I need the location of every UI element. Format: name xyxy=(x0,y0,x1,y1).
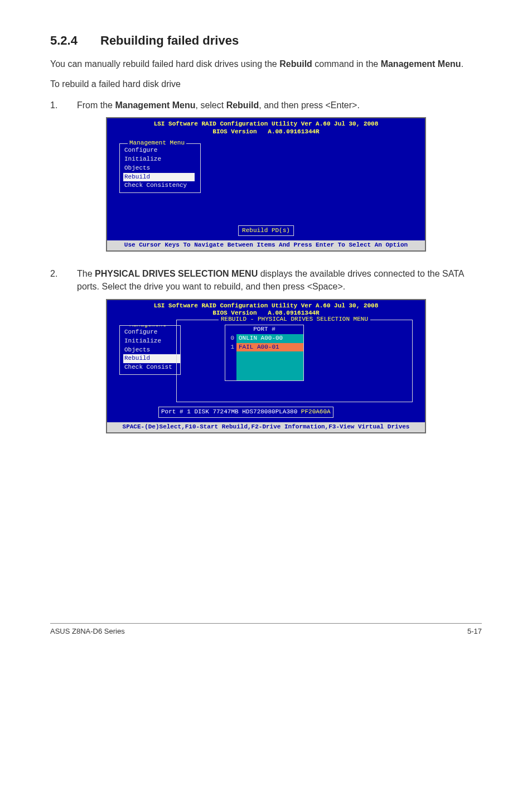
step-1-text: From the Management Menu, select Rebuild… xyxy=(77,99,482,112)
bios2-drive-info-serial: PF20A60A xyxy=(301,408,331,415)
bios1-menu-item-objects[interactable]: Objects xyxy=(123,164,195,173)
bios2-management-menu: Management Configure Initialize Objects … xyxy=(119,325,181,375)
intro-bold2: Management Menu xyxy=(381,59,461,69)
bios1-title-l2: BIOS Version A.08.09161344R xyxy=(212,128,319,135)
bios-screenshot-1: LSI Software RAID Configuration Utility … xyxy=(106,117,426,252)
step-1-num: 1. xyxy=(50,99,77,112)
step1-mid: , select xyxy=(195,100,226,110)
bios2-statusbar: SPACE-(De)Select,F10-Start Rebuild,F2-Dr… xyxy=(107,422,425,432)
step2-pre: The xyxy=(77,269,95,278)
bios2-port-row-1[interactable]: 1 FAIL A00-01 xyxy=(225,343,303,352)
bios2-phys-selection-box: REBUILD - PHYSICAL DRIVES SELECTION MENU… xyxy=(176,320,413,402)
bios2-port-row-empty3 xyxy=(225,366,303,373)
bios1-menu-item-configure[interactable]: Configure xyxy=(123,146,195,155)
bios2-port-row-empty2 xyxy=(225,359,303,366)
step1-post: , and then press <Enter>. xyxy=(259,100,360,110)
bios2-port-row-empty4 xyxy=(225,373,303,380)
bios2-port-row-0-idx: 0 xyxy=(225,334,236,343)
bios2-drive-info: Port # 1 DISK 77247MB HDS728080PLA380 PF… xyxy=(158,407,333,418)
intro-post: . xyxy=(461,59,463,69)
bios1-title: LSI Software RAID Configuration Utility … xyxy=(107,118,425,136)
bios-screenshot-2: LSI Software RAID Configuration Utility … xyxy=(106,299,426,433)
bios2-title: LSI Software RAID Configuration Utility … xyxy=(107,300,425,318)
bios2-port-row-0-val: ONLIN A00-00 xyxy=(236,334,303,343)
bios1-menu-item-check-consistency[interactable]: Check Consistency xyxy=(123,181,195,190)
bios2-port-box: PORT # 0 ONLIN A00-00 1 FAIL A00-01 xyxy=(225,325,304,381)
bios2-menu-item-initialize[interactable]: Initialize xyxy=(123,337,180,346)
step1-b2: Rebuild xyxy=(226,100,259,110)
bios2-port-row-empty1 xyxy=(225,351,303,359)
bios2-menu-item-rebuild[interactable]: Rebuild xyxy=(123,354,180,363)
bios2-drive-info-main: Port # 1 DISK 77247MB HDS728080PLA380 xyxy=(161,408,301,415)
bios2-port-header: PORT # xyxy=(225,325,303,334)
line2: To rebuild a failed hard disk drive xyxy=(50,78,482,90)
intro-mid: command in the xyxy=(312,59,381,69)
footer-left: ASUS Z8NA-D6 Series xyxy=(50,627,125,635)
step1-b1: Management Menu xyxy=(115,100,195,110)
bios2-phys-label: REBUILD - PHYSICAL DRIVES SELECTION MENU xyxy=(219,316,370,324)
step2-b1: PHYSICAL DRIVES SELECTION MENU xyxy=(95,269,258,278)
bios2-title-l1: LSI Software RAID Configuration Utility … xyxy=(154,302,379,309)
bios1-menu-item-rebuild[interactable]: Rebuild xyxy=(123,173,195,182)
page-footer: ASUS Z8NA-D6 Series 5-17 xyxy=(50,623,482,635)
section-heading: 5.2.4Rebuilding failed drives xyxy=(50,33,482,48)
intro-pre: You can manually rebuild failed hard dis… xyxy=(50,59,279,69)
bios2-port-row-0[interactable]: 0 ONLIN A00-00 xyxy=(225,334,303,343)
bios2-port-row-1-val: FAIL A00-01 xyxy=(236,343,303,352)
footer-right: 5-17 xyxy=(467,627,482,635)
step-2: 2. The PHYSICAL DRIVES SELECTION MENU di… xyxy=(50,267,482,293)
bios1-menu-item-initialize[interactable]: Initialize xyxy=(123,155,195,164)
section-number: 5.2.4 xyxy=(50,33,100,48)
section-title-text: Rebuilding failed drives xyxy=(100,33,239,47)
bios2-port-row-1-idx: 1 xyxy=(225,343,236,352)
step-1: 1. From the Management Menu, select Rebu… xyxy=(50,99,482,112)
bios2-menu-item-objects[interactable]: Objects xyxy=(123,346,180,355)
intro-paragraph: You can manually rebuild failed hard dis… xyxy=(50,58,482,70)
bios1-action-label: Rebuild PD(s) xyxy=(238,225,294,237)
bios1-statusbar: Use Cursor Keys To Navigate Between Item… xyxy=(107,240,425,250)
bios2-menu-label: Management xyxy=(128,325,168,329)
step1-pre: From the xyxy=(77,100,115,110)
bios1-management-menu: Management Menu Configure Initialize Obj… xyxy=(119,143,201,193)
bios2-menu-item-configure[interactable]: Configure xyxy=(123,328,180,337)
step-2-num: 2. xyxy=(50,267,77,293)
bios2-menu-item-check-consist[interactable]: Check Consist xyxy=(123,363,180,372)
bios1-menu-label: Management Menu xyxy=(128,139,186,147)
bios1-title-l1: LSI Software RAID Configuration Utility … xyxy=(154,120,379,127)
intro-bold1: Rebuild xyxy=(279,59,312,69)
step-2-text: The PHYSICAL DRIVES SELECTION MENU displ… xyxy=(77,267,482,293)
